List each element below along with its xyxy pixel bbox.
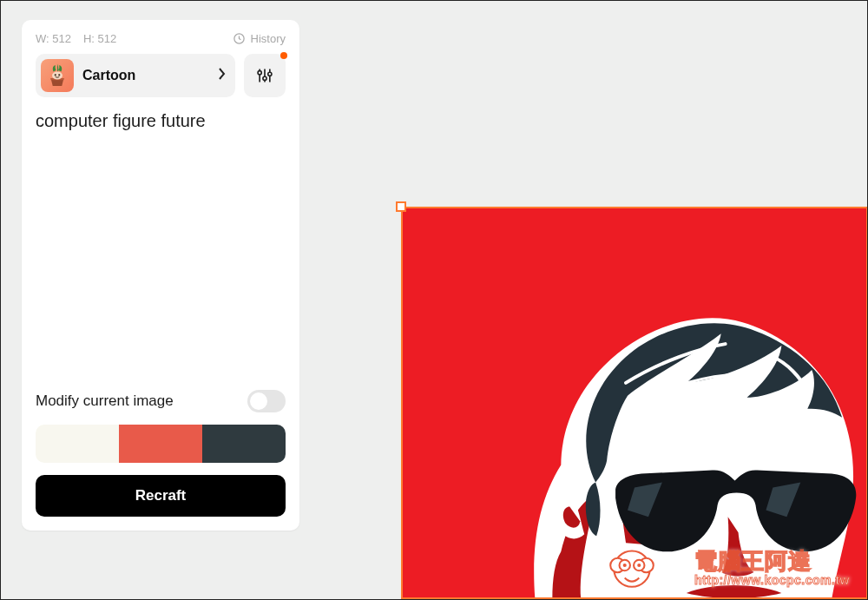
history-button[interactable]: History <box>233 32 286 45</box>
color-palette[interactable] <box>36 425 286 463</box>
history-label: History <box>251 32 286 45</box>
modify-toggle[interactable] <box>247 390 286 412</box>
clock-icon <box>233 32 246 45</box>
panel-top-row: W: 512 H: 512 History <box>36 32 286 45</box>
style-row: Cartoon <box>36 54 286 97</box>
recraft-button[interactable]: Recraft <box>36 475 286 517</box>
selection-handle-nw[interactable] <box>396 201 406 212</box>
svg-point-1 <box>52 72 62 80</box>
style-label: Cartoon <box>82 68 209 83</box>
generation-panel: W: 512 H: 512 History Cartoon <box>22 20 299 531</box>
settings-button[interactable] <box>244 54 286 97</box>
swatch-3[interactable] <box>202 425 286 463</box>
canvas-image[interactable] <box>401 207 868 599</box>
svg-point-2 <box>55 74 56 76</box>
toggle-knob-icon <box>250 392 267 410</box>
svg-point-9 <box>268 72 272 76</box>
svg-point-3 <box>58 74 60 76</box>
modify-row: Modify current image <box>36 390 286 412</box>
swatch-2[interactable] <box>119 425 202 463</box>
swatch-1[interactable] <box>36 425 119 463</box>
dimensions-readout: W: 512 H: 512 <box>36 32 116 45</box>
style-selector[interactable]: Cartoon <box>36 54 235 97</box>
plant-pot-icon <box>44 63 70 89</box>
sliders-icon <box>256 67 273 84</box>
settings-badge-icon <box>280 52 287 59</box>
chevron-right-icon <box>218 68 227 83</box>
modify-label: Modify current image <box>36 392 174 410</box>
svg-point-7 <box>263 76 266 80</box>
height-readout: H: 512 <box>83 32 116 45</box>
width-readout: W: 512 <box>36 32 71 45</box>
recraft-label: Recraft <box>135 487 187 504</box>
style-thumbnail <box>41 59 74 92</box>
prompt-text[interactable]: computer figure future <box>36 109 286 133</box>
svg-point-5 <box>258 71 261 75</box>
